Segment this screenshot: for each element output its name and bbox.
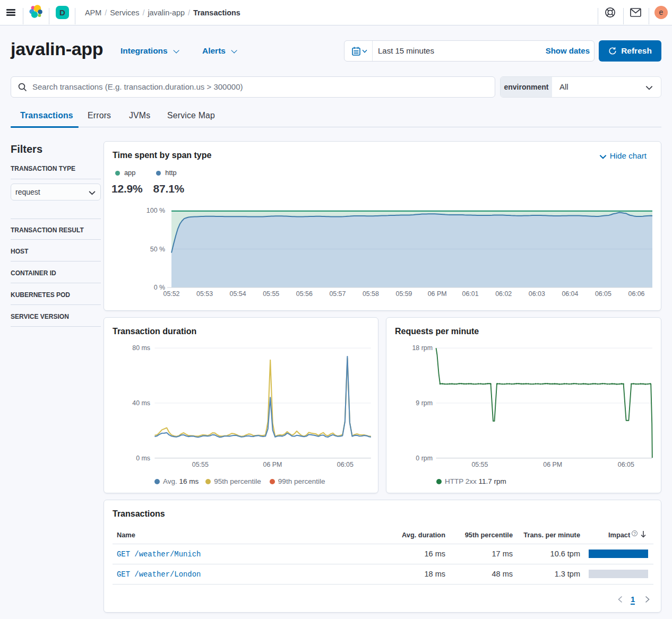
svg-text:05:52: 05:52	[163, 290, 179, 298]
svg-text:18 rpm: 18 rpm	[412, 344, 433, 352]
svg-text:06:05: 06:05	[337, 461, 354, 468]
svg-text:06:05: 06:05	[618, 461, 634, 468]
svg-text:80 ms: 80 ms	[132, 344, 150, 352]
svg-text:05:53: 05:53	[196, 290, 213, 298]
svg-text:06:03: 06:03	[529, 290, 545, 298]
svg-text:100 %: 100 %	[147, 207, 165, 214]
svg-text:0 rpm: 0 rpm	[416, 455, 433, 462]
svg-text:05:59: 05:59	[395, 290, 412, 298]
svg-text:05:58: 05:58	[363, 290, 379, 298]
svg-text:05:55: 05:55	[263, 290, 279, 298]
svg-text:05:56: 05:56	[296, 290, 313, 298]
svg-text:06:02: 06:02	[495, 290, 512, 298]
svg-text:06:06: 06:06	[628, 290, 644, 298]
svg-text:40 ms: 40 ms	[132, 399, 150, 407]
svg-text:06:01: 06:01	[462, 290, 479, 298]
svg-text:06 PM: 06 PM	[263, 461, 282, 468]
svg-text:0 ms: 0 ms	[136, 455, 150, 462]
svg-text:05:55: 05:55	[471, 461, 488, 468]
svg-text:05:55: 05:55	[192, 461, 209, 468]
svg-text:06 PM: 06 PM	[543, 461, 562, 468]
svg-text:05:54: 05:54	[230, 290, 246, 298]
svg-text:06 PM: 06 PM	[428, 290, 447, 298]
svg-text:06:04: 06:04	[562, 290, 578, 298]
svg-text:06:05: 06:05	[595, 290, 611, 298]
svg-text:9 rpm: 9 rpm	[416, 399, 433, 407]
svg-text:50 %: 50 %	[150, 246, 165, 253]
svg-text:05:57: 05:57	[329, 290, 346, 298]
